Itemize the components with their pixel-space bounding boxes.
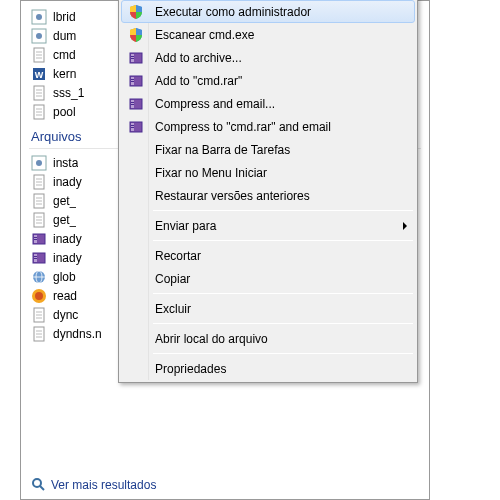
menu-separator xyxy=(153,293,413,294)
file-label: read xyxy=(53,289,77,303)
search-icon xyxy=(31,477,47,493)
svg-point-19 xyxy=(36,160,42,166)
svg-rect-34 xyxy=(34,237,37,238)
file-label: inady xyxy=(53,251,82,265)
shield-icon xyxy=(123,1,149,23)
blank-icon xyxy=(123,185,149,207)
rar-icon xyxy=(123,116,149,138)
svg-rect-65 xyxy=(131,102,134,103)
rar-icon xyxy=(123,93,149,115)
menu-separator xyxy=(153,323,413,324)
doc-icon xyxy=(31,193,47,209)
menu-separator xyxy=(153,353,413,354)
file-label: dyndns.n xyxy=(53,327,102,341)
word-icon: W xyxy=(31,66,47,82)
menu-item-label: Add to archive... xyxy=(155,51,242,65)
rar-icon xyxy=(31,231,47,247)
menu-item[interactable]: Executar como administrador xyxy=(121,0,415,23)
svg-rect-66 xyxy=(131,104,134,105)
blank-icon xyxy=(123,328,149,350)
doc-icon xyxy=(31,212,47,228)
chevron-right-icon xyxy=(403,222,407,230)
svg-rect-35 xyxy=(34,239,37,240)
menu-item[interactable]: Fixar no Menu Iniciar xyxy=(121,161,415,184)
svg-text:W: W xyxy=(35,70,44,80)
file-label: get_ xyxy=(53,213,76,227)
rar-icon xyxy=(123,70,149,92)
file-label: kern xyxy=(53,67,76,81)
menu-item[interactable]: Recortar xyxy=(121,244,415,267)
see-more-results-link[interactable]: Ver mais resultados xyxy=(31,477,156,493)
blank-icon xyxy=(123,162,149,184)
menu-item-label: Abrir local do arquivo xyxy=(155,332,268,346)
file-label: pool xyxy=(53,105,76,119)
blank-icon xyxy=(123,358,149,380)
menu-item-label: Restaurar versões anteriores xyxy=(155,189,310,203)
menu-item[interactable]: Fixar na Barra de Tarefas xyxy=(121,138,415,161)
gear-icon xyxy=(31,28,47,44)
menu-item[interactable]: Copiar xyxy=(121,267,415,290)
search-results-panel: lbriddumcmdWkernsss_1pool Arquivos insta… xyxy=(20,0,430,500)
globe-icon xyxy=(31,269,47,285)
file-label: get_ xyxy=(53,194,76,208)
svg-point-1 xyxy=(36,14,42,20)
svg-rect-38 xyxy=(34,256,37,257)
svg-line-54 xyxy=(40,486,44,490)
blank-icon xyxy=(123,298,149,320)
menu-item[interactable]: Escanear cmd.exe xyxy=(121,23,415,46)
menu-separator xyxy=(153,240,413,241)
doc-icon xyxy=(31,104,47,120)
menu-item-label: Fixar no Menu Iniciar xyxy=(155,166,267,180)
menu-item[interactable]: Add to "cmd.rar" xyxy=(121,69,415,92)
menu-item[interactable]: Restaurar versões anteriores xyxy=(121,184,415,207)
blank-icon xyxy=(123,139,149,161)
file-label: inady xyxy=(53,175,82,189)
context-menu: Executar como administradorEscanear cmd.… xyxy=(118,0,418,383)
menu-item[interactable]: Compress and email... xyxy=(121,92,415,115)
menu-item-label: Recortar xyxy=(155,249,201,263)
svg-point-53 xyxy=(33,479,41,487)
rar-icon xyxy=(123,47,149,69)
file-label: cmd xyxy=(53,48,76,62)
menu-item[interactable]: Add to archive... xyxy=(121,46,415,69)
menu-item-label: Propriedades xyxy=(155,362,226,376)
doc-icon xyxy=(31,85,47,101)
menu-item-label: Enviar para xyxy=(155,219,216,233)
svg-rect-69 xyxy=(131,125,134,126)
rar-icon xyxy=(31,250,47,266)
menu-separator xyxy=(153,210,413,211)
menu-item[interactable]: Excluir xyxy=(121,297,415,320)
doc-icon xyxy=(31,307,47,323)
see-more-label: Ver mais resultados xyxy=(51,478,156,492)
file-label: sss_1 xyxy=(53,86,84,100)
gear-icon xyxy=(31,9,47,25)
doc-icon xyxy=(31,174,47,190)
blank-icon xyxy=(123,268,149,290)
shield-icon xyxy=(123,24,149,46)
menu-item-label: Compress and email... xyxy=(155,97,275,111)
svg-rect-39 xyxy=(34,258,37,259)
menu-item[interactable]: Compress to "cmd.rar" and email xyxy=(121,115,415,138)
menu-item-label: Compress to "cmd.rar" and email xyxy=(155,120,331,134)
fx-icon xyxy=(31,288,47,304)
file-label: inady xyxy=(53,232,82,246)
file-label: glob xyxy=(53,270,76,284)
menu-item[interactable]: Enviar para xyxy=(121,214,415,237)
svg-point-3 xyxy=(36,33,42,39)
file-label: lbrid xyxy=(53,10,76,24)
doc-icon xyxy=(31,326,47,342)
file-label: insta xyxy=(53,156,78,170)
blank-icon xyxy=(123,215,149,237)
svg-rect-58 xyxy=(131,58,134,59)
blank-icon xyxy=(123,245,149,267)
menu-item-label: Copiar xyxy=(155,272,190,286)
menu-item[interactable]: Propriedades xyxy=(121,357,415,380)
menu-item[interactable]: Abrir local do arquivo xyxy=(121,327,415,350)
menu-item-label: Escanear cmd.exe xyxy=(155,28,254,42)
menu-item-label: Fixar na Barra de Tarefas xyxy=(155,143,290,157)
svg-rect-70 xyxy=(131,127,134,128)
doc-icon xyxy=(31,47,47,63)
file-label: dum xyxy=(53,29,76,43)
menu-item-label: Add to "cmd.rar" xyxy=(155,74,242,88)
svg-rect-57 xyxy=(131,56,134,57)
